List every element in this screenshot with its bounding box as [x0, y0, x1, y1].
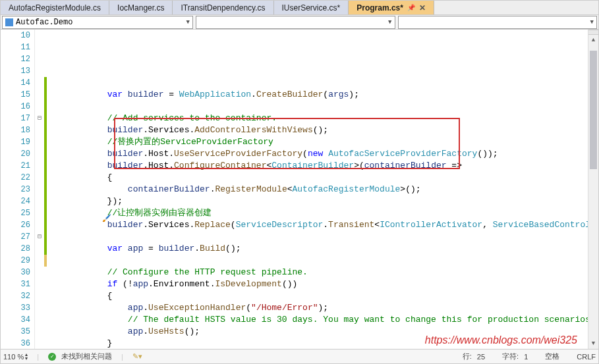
chevron-down-icon: ▼ [388, 19, 391, 26]
line-number: 11 [1, 41, 30, 53]
fold-toggle [35, 53, 44, 65]
change-indicator [44, 231, 47, 243]
change-indicator [44, 77, 47, 89]
file-tab[interactable]: IUserService.cs* [274, 1, 349, 14]
fold-toggle[interactable]: ⊟ [35, 113, 44, 124]
code-line[interactable]: }); [44, 195, 588, 207]
line-value[interactable]: 25 [477, 353, 485, 361]
code-line[interactable] [44, 77, 588, 89]
line-number: 13 [1, 65, 30, 77]
change-indicator [44, 195, 47, 207]
zoom-control[interactable]: 110 % ▴▾ [3, 353, 28, 361]
code-line[interactable]: // Configure the HTTP request pipeline. [44, 267, 588, 278]
scope-dropdown[interactable]: Autofac.Demo ▼ [2, 16, 193, 29]
line-number: 31 [1, 278, 30, 290]
separator: | [33, 353, 43, 361]
code-line[interactable]: //替换内置的ServiceProviderFactory [44, 136, 588, 148]
code-line[interactable]: // Add services to the container. [44, 113, 588, 124]
vertical-scrollbar[interactable]: ▲ ▼ [588, 30, 598, 349]
line-number: 24 [1, 195, 30, 207]
line-number: 35 [1, 326, 30, 338]
line-number: 25 [1, 207, 30, 219]
fold-toggle [35, 278, 44, 290]
code-line[interactable] [44, 231, 588, 243]
line-number: 30 [1, 267, 30, 278]
code-line[interactable]: builder.Services.AddControllersWithViews… [44, 124, 588, 136]
code-line[interactable] [44, 255, 588, 267]
fold-toggle[interactable]: ⊟ [35, 231, 44, 243]
code-line[interactable]: { [44, 290, 588, 302]
ide-window: AutofacRegisterModule.csIocManger.csITra… [0, 0, 599, 364]
line-number: 29 [1, 255, 30, 267]
code-line[interactable]: if (!app.Environment.IsDevelopment()) [44, 278, 588, 290]
fold-toggle [35, 243, 44, 255]
code-line[interactable]: containerBuilder.RegisterModule<AutofacR… [44, 184, 588, 195]
fold-toggle [35, 41, 44, 53]
code-line[interactable]: builder.Services.Replace(ServiceDescript… [44, 219, 588, 231]
scroll-thumb[interactable] [590, 51, 597, 169]
change-indicator [44, 101, 47, 113]
status-bar: 110 % ▴▾ | ✓ 未找到相关问题 | ✎▾ 行: 25 字符: 1 空格… [1, 349, 598, 363]
line-number: 12 [1, 53, 30, 65]
file-tab[interactable]: IocManger.cs [109, 1, 173, 14]
change-indicator [44, 243, 47, 255]
close-icon[interactable]: ✕ [419, 3, 426, 13]
change-indicator [44, 136, 47, 148]
pin-icon[interactable]: 📌 [407, 4, 415, 11]
member-dropdown[interactable]: ▼ [398, 16, 598, 29]
change-indicator [44, 207, 47, 219]
fold-toggle [35, 314, 44, 326]
scroll-up-icon[interactable]: ▲ [588, 35, 598, 45]
file-tab[interactable]: ITransitDenpendency.cs [173, 1, 273, 14]
line-number: 23 [1, 184, 30, 195]
code-line[interactable]: } [44, 338, 588, 349]
fold-toggle [35, 255, 44, 267]
fold-toggle [35, 172, 44, 184]
fold-toggle [35, 30, 44, 41]
change-indicator [44, 184, 47, 195]
code-line[interactable] [44, 101, 588, 113]
line-number: 20 [1, 148, 30, 160]
change-indicator [44, 124, 47, 136]
file-tab[interactable]: Program.cs*📌✕ [349, 1, 434, 14]
fold-toggle [35, 148, 44, 160]
file-tab[interactable]: AutofacRegisterModule.cs [1, 1, 109, 14]
code-line[interactable]: app.UseExceptionHandler("/Home/Error"); [44, 302, 588, 314]
fold-toggle [35, 302, 44, 314]
code-line[interactable]: var app = builder.Build(); [44, 243, 588, 255]
code-surface[interactable]: 🖌️ var builder = WebApplication.CreateBu… [44, 30, 588, 349]
line-ending[interactable]: CRLF [577, 353, 596, 361]
scope-text: Autofac.Demo [16, 18, 72, 27]
split-handle[interactable] [588, 30, 598, 35]
scroll-track[interactable] [588, 45, 598, 338]
scroll-down-icon[interactable]: ▼ [588, 338, 598, 349]
type-dropdown[interactable]: ▼ [196, 16, 395, 29]
col-value[interactable]: 1 [524, 353, 528, 361]
line-number: 18 [1, 124, 30, 136]
tab-bar: AutofacRegisterModule.csIocManger.csITra… [1, 1, 598, 15]
change-indicator [44, 255, 47, 267]
fold-toggle [35, 195, 44, 207]
zoom-spinner-icon[interactable]: ▴▾ [25, 353, 28, 361]
fold-toggle [35, 65, 44, 77]
code-line[interactable]: builder.Host.UseServiceProviderFactory(n… [44, 148, 588, 160]
code-line[interactable]: //让控制器实例由容器创建 [44, 207, 588, 219]
code-line[interactable]: app.UseHsts(); [44, 326, 588, 338]
code-line[interactable]: var builder = WebApplication.CreateBuild… [44, 89, 588, 101]
screwdriver-icon[interactable]: ✎▾ [132, 352, 142, 361]
fold-toggle [35, 77, 44, 89]
fold-toggle [35, 124, 44, 136]
change-indicator [44, 219, 47, 231]
navigation-bar: Autofac.Demo ▼ ▼ ▼ [1, 15, 598, 30]
code-line[interactable]: { [44, 172, 588, 184]
code-line[interactable]: // The default HSTS value is 30 days. Yo… [44, 314, 588, 326]
indent-label[interactable]: 空格 [545, 351, 559, 361]
line-number: 17 [1, 113, 30, 124]
change-indicator [44, 160, 47, 172]
issues-text[interactable]: 未找到相关问题 [61, 351, 112, 361]
code-line[interactable]: builder.Host.ConfigureContainer<Containe… [44, 160, 588, 172]
fold-toggle [35, 338, 44, 349]
fold-toggle [35, 290, 44, 302]
fold-toggle [35, 160, 44, 172]
editor-area: 1011121314151617181920212223242526272829… [1, 30, 598, 349]
